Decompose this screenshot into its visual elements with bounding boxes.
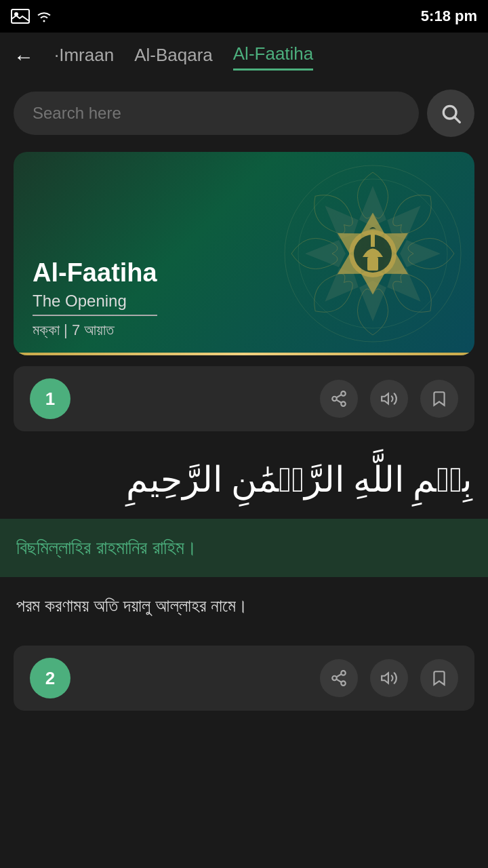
translation-text-1: পরম করণাময় অতি দয়ালু আল্লাহর নামে। [16,592,472,620]
verse-number-1: 1 [30,378,70,419]
surah-name: Al-Faatiha [33,258,157,288]
bookmark-button-2[interactable] [420,659,458,697]
svg-marker-36 [382,673,388,684]
bookmark-button-1[interactable] [420,380,458,418]
tab-baqara[interactable]: Al-Baqara [134,45,213,70]
share-button-2[interactable] [320,659,358,697]
tab-imraan[interactable]: ·Imraan [54,45,114,70]
search-input[interactable] [14,92,419,135]
svg-point-25 [341,391,346,396]
svg-rect-22 [367,257,378,271]
bookmark-icon-2 [430,669,448,687]
svg-point-27 [341,401,346,406]
verse-actions-2 [320,659,458,697]
mandala-decoration [258,159,474,349]
verse-number-2: 2 [30,658,70,698]
svg-marker-30 [382,393,388,403]
volume-icon [380,390,398,408]
surah-banner: Al-Faatiha The Opening মক্কা | 7 আয়াত [14,152,474,355]
surah-meta: মক্কা | 7 আয়াত [33,321,157,339]
status-right: 5:18 pm [421,7,477,25]
transliteration-text-1: বিছমিল্লাহির রাহমানির রাহিম। [16,534,472,562]
status-bar: 5:18 pm [0,0,488,33]
arabic-verse-1: بِسۡمِ اللَّهِ الرَّحۡمَٰنِ الرَّحِيمِ [0,442,488,519]
search-icon [440,102,462,124]
svg-point-32 [332,676,337,681]
back-button[interactable]: ← [14,45,34,68]
svg-line-28 [336,400,341,403]
verse-row-2: 2 [14,646,474,711]
svg-marker-8 [400,240,441,267]
svg-line-35 [336,674,341,677]
top-nav: ← ·Imraan Al-Baqara Al-Faatiha [0,33,488,81]
svg-point-31 [341,671,346,676]
banner-text: Al-Faatiha The Opening মক্কা | 7 আয়াত [14,242,176,355]
translation-1: পরম করণাময় অতি দয়ালু আল্লাহর নামে। [0,577,488,635]
svg-marker-12 [305,240,346,267]
verse-actions-1 [320,380,458,418]
time-display: 5:18 pm [421,7,477,25]
transliteration-1: বিছমিল্লাহির রাহমানির রাহিম। [0,519,488,577]
verse-row-1: 1 [14,366,474,431]
svg-point-26 [332,397,337,401]
wifi-icon [35,9,53,24]
status-left [11,9,53,24]
volume-button-1[interactable] [370,380,408,418]
tab-faatiha[interactable]: Al-Faatiha [233,43,314,71]
search-container [0,81,488,145]
svg-point-33 [341,682,346,686]
share-icon [330,390,348,408]
volume-icon-2 [380,669,398,687]
surah-english-name: The Opening [33,292,157,316]
search-button[interactable] [427,90,474,137]
svg-rect-23 [371,235,375,247]
bookmark-icon [430,390,448,408]
svg-line-34 [336,679,341,682]
svg-line-3 [455,117,460,122]
volume-button-2[interactable] [370,659,408,697]
share-icon-2 [330,669,348,687]
share-button-1[interactable] [320,380,358,418]
gallery-icon [11,9,30,24]
svg-line-29 [336,395,341,397]
